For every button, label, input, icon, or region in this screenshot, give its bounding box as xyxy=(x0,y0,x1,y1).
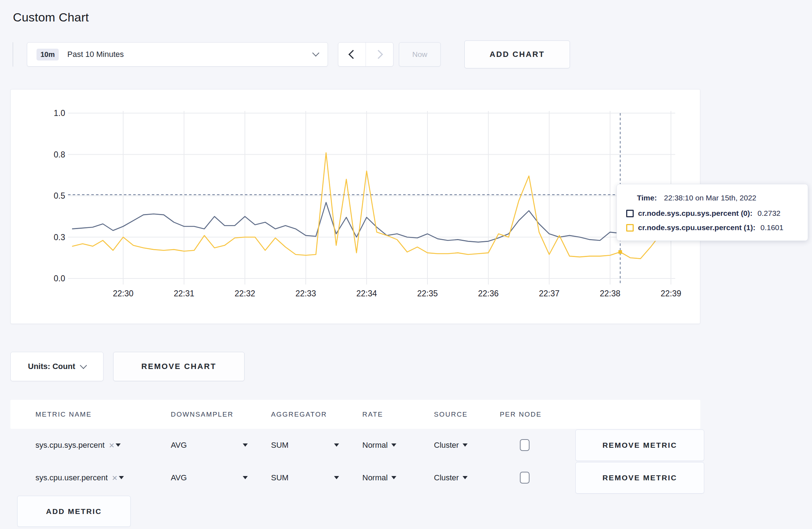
units-label: Units: Count xyxy=(28,362,75,371)
time-window-badge: 10m xyxy=(37,49,59,60)
chevron-right-icon xyxy=(374,50,383,59)
downsampler-select[interactable]: AVG xyxy=(171,441,248,450)
toolbar-divider xyxy=(13,42,13,67)
metric-name-select[interactable]: sys.cpu.sys.percent × xyxy=(35,441,171,450)
y-axis-tick-label: 0.5 xyxy=(54,191,65,200)
caret-down-icon xyxy=(463,443,468,447)
caret-down-icon xyxy=(334,476,339,479)
prev-time-button[interactable] xyxy=(338,43,366,66)
page-title: Custom Chart xyxy=(13,10,89,24)
y-axis-tick-label: 0.8 xyxy=(54,150,65,159)
tooltip-time-value: 22:38:10 on Mar 15th, 2022 xyxy=(664,194,756,202)
metric-row: sys.cpu.user.percent × AVG SUM Normal Cl… xyxy=(10,461,700,494)
tooltip-series-name: cr.node.sys.cpu.sys.percent (0): xyxy=(638,209,753,218)
rate-select[interactable]: Normal xyxy=(362,441,396,450)
aggregator-select[interactable]: SUM xyxy=(271,441,339,450)
x-axis-tick-label: 22:37 xyxy=(539,289,560,298)
col-header-metric-name: METRIC NAME xyxy=(35,411,171,418)
x-axis-tick-label: 22:38 xyxy=(600,289,620,298)
caret-down-icon xyxy=(391,476,396,479)
x-axis-tick-label: 22:31 xyxy=(174,289,194,298)
chevron-down-icon xyxy=(80,362,87,369)
time-range-selector[interactable]: 10m Past 10 Minutes xyxy=(27,42,328,67)
clear-metric-icon[interactable]: × xyxy=(112,473,117,482)
caret-down-icon xyxy=(116,443,121,447)
tooltip-series-row: cr.node.sys.cpu.sys.percent (0): 0.2732 xyxy=(626,209,798,218)
col-header-aggregator: AGGREGATOR xyxy=(271,411,362,418)
aggregator-value: SUM xyxy=(271,441,289,450)
custom-chart-page: Custom Chart 10m Past 10 Minutes Now ADD… xyxy=(0,0,812,529)
x-axis-tick-label: 22:35 xyxy=(417,289,438,298)
tooltip-series-row: cr.node.sys.cpu.user.percent (1): 0.1601 xyxy=(626,223,798,232)
x-axis-tick-label: 22:30 xyxy=(113,289,134,298)
tooltip-time-row: Time: 22:38:10 on Mar 15th, 2022 xyxy=(626,194,798,202)
chart-tooltip: Time: 22:38:10 on Mar 15th, 2022 cr.node… xyxy=(617,184,808,241)
x-axis-tick-label: 22:33 xyxy=(295,289,316,298)
col-header-per-node: PER NODE xyxy=(500,411,575,418)
now-button[interactable]: Now xyxy=(399,42,441,67)
remove-chart-button[interactable]: REMOVE CHART xyxy=(113,352,245,381)
rate-value: Normal xyxy=(362,441,388,450)
clear-metric-icon[interactable]: × xyxy=(109,441,114,450)
y-axis-tick-label: 0.3 xyxy=(54,233,65,242)
per-node-checkbox[interactable] xyxy=(520,472,530,484)
caret-down-icon xyxy=(334,443,339,447)
metric-name-label: sys.cpu.user.percent xyxy=(35,473,108,482)
metrics-table: METRIC NAME DOWNSAMPLER AGGREGATOR RATE … xyxy=(10,400,700,527)
series-sys-legend-icon xyxy=(626,210,634,217)
x-axis-tick-label: 22:39 xyxy=(661,289,681,298)
source-select[interactable]: Cluster xyxy=(434,441,468,450)
downsampler-select[interactable]: AVG xyxy=(171,473,248,482)
add-chart-button[interactable]: ADD CHART xyxy=(464,40,570,68)
rate-select[interactable]: Normal xyxy=(362,473,396,482)
caret-down-icon xyxy=(463,476,468,479)
units-selector[interactable]: Units: Count xyxy=(10,352,103,381)
x-axis-tick-label: 22:36 xyxy=(478,289,499,298)
time-window-label: Past 10 Minutes xyxy=(67,50,124,59)
y-axis-tick-label: 0.0 xyxy=(54,274,65,283)
aggregator-value: SUM xyxy=(271,473,289,482)
chevron-down-icon xyxy=(312,49,319,57)
add-metric-button[interactable]: ADD METRIC xyxy=(17,496,131,527)
chart-panel: 1.00.80.50.30.022:3022:3122:3222:3322:34… xyxy=(10,89,700,324)
col-header-downsampler: DOWNSAMPLER xyxy=(171,411,271,418)
chart-footer-controls: Units: Count REMOVE CHART xyxy=(10,352,245,381)
downsampler-value: AVG xyxy=(171,473,187,482)
rate-value: Normal xyxy=(362,473,388,482)
metric-row: sys.cpu.sys.percent × AVG SUM Normal Clu… xyxy=(10,429,700,461)
col-header-rate: RATE xyxy=(362,411,434,418)
caret-down-icon xyxy=(391,443,396,447)
x-axis-tick-label: 22:34 xyxy=(356,289,377,298)
source-value: Cluster xyxy=(434,473,459,482)
y-axis-tick-label: 1.0 xyxy=(54,108,65,118)
source-select[interactable]: Cluster xyxy=(434,473,468,482)
per-node-checkbox[interactable] xyxy=(520,439,530,451)
tooltip-series-value: 0.1601 xyxy=(760,223,783,232)
downsampler-value: AVG xyxy=(171,441,187,450)
caret-down-icon xyxy=(119,476,124,479)
caret-down-icon xyxy=(243,443,248,447)
col-header-source: SOURCE xyxy=(434,411,500,418)
remove-metric-button[interactable]: REMOVE METRIC xyxy=(575,429,704,461)
x-axis-tick-label: 22:32 xyxy=(235,289,255,298)
series-user-legend-icon xyxy=(626,224,634,232)
aggregator-select[interactable]: SUM xyxy=(271,473,339,482)
metric-name-select[interactable]: sys.cpu.user.percent × xyxy=(35,473,171,482)
chevron-left-icon xyxy=(348,50,357,59)
tooltip-time-label: Time: xyxy=(637,194,657,202)
toolbar: 10m Past 10 Minutes Now ADD CHART xyxy=(13,40,570,69)
remove-metric-button[interactable]: REMOVE METRIC xyxy=(575,462,704,494)
tooltip-series-name: cr.node.sys.cpu.user.percent (1): xyxy=(638,223,755,232)
source-value: Cluster xyxy=(434,441,459,450)
time-nav-group xyxy=(338,42,393,67)
metrics-table-header: METRIC NAME DOWNSAMPLER AGGREGATOR RATE … xyxy=(10,400,700,429)
caret-down-icon xyxy=(243,476,248,479)
next-time-button[interactable] xyxy=(366,43,393,66)
tooltip-series-value: 0.2732 xyxy=(758,209,780,218)
chart-plot-area[interactable] xyxy=(68,113,675,278)
metric-name-label: sys.cpu.sys.percent xyxy=(35,441,105,450)
